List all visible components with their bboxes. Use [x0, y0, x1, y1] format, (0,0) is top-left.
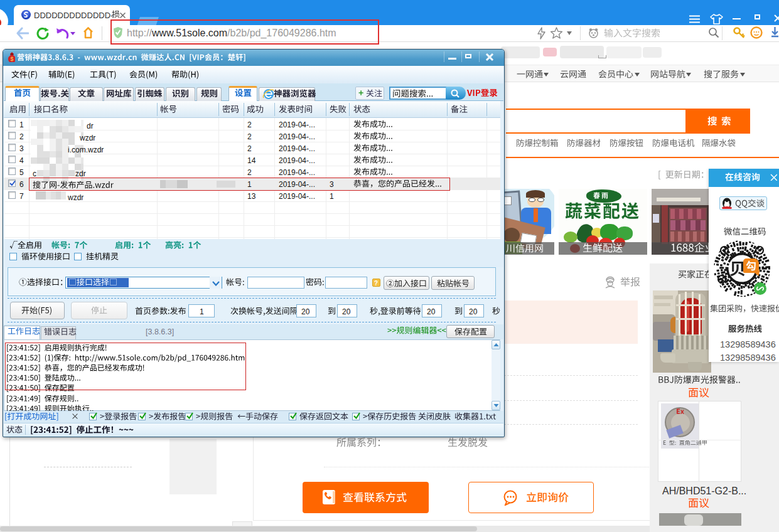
svg-text:$: $: [10, 56, 13, 62]
